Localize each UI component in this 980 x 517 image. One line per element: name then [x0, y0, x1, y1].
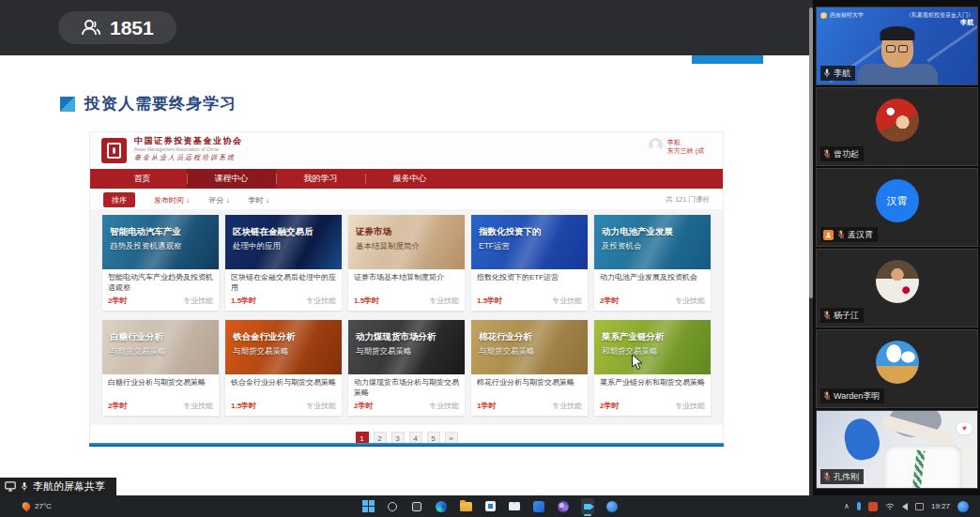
filter-score[interactable]: 评分 ↓	[208, 195, 229, 205]
mic-muted-icon	[823, 391, 831, 401]
virtual-bg-course: 《私募股权投资基金入门》 李航	[906, 11, 973, 26]
taskbar-weather-widget[interactable]: 27°C	[0, 502, 52, 510]
course-banner: 指数化投资下的 ETF运营	[471, 215, 588, 269]
participant-count-badge[interactable]: 1851	[58, 11, 176, 44]
participant-name: 孟汉霄	[848, 229, 873, 241]
participant-count: 1851	[110, 17, 154, 39]
course-banner: 白糖行业分析 与期货交易策略	[102, 320, 219, 374]
course-card[interactable]: 白糖行业分析 与期货交易策略 白糖行业分析与期货交易策略 2学时专业技能	[102, 320, 219, 416]
site-user-info[interactable]: 李航 东方三峡 (成	[649, 138, 704, 155]
user-avatar	[649, 138, 663, 152]
banner-title: 棉花行业分析	[479, 331, 580, 343]
course-card[interactable]: 菜系产业链分析 和期货交易策略 菜系产业链分析和期货交易策略 2学时专业技能	[594, 320, 711, 416]
nav-item-courses[interactable]: 课程中心	[187, 169, 276, 189]
mail-icon[interactable]	[508, 500, 521, 513]
file-explorer-icon[interactable]	[459, 500, 472, 513]
participant-name-tag: 李航	[820, 66, 855, 81]
course-tag: 专业技能	[429, 296, 459, 306]
video-tile-host[interactable]: 西南财经大学 《私募股权投资基金入门》 李航 李航	[816, 7, 978, 85]
tray-expand-icon[interactable]: ∧	[844, 502, 850, 510]
store-icon[interactable]	[483, 500, 497, 513]
volume-icon[interactable]	[902, 503, 908, 510]
course-tag: 专业技能	[429, 401, 459, 411]
banner-subtitle: 基本结算制度简介	[356, 241, 457, 252]
slide-area: 投资人需要终身学习 中国证券投资基金业协会 Asset Management A…	[0, 55, 809, 495]
filter-hours[interactable]: 学时 ↓	[248, 195, 268, 205]
mouse-cursor	[631, 354, 644, 371]
avatar-mario	[876, 99, 919, 142]
network-icon[interactable]	[885, 502, 895, 510]
banner-subtitle: 和期货交易策略	[602, 346, 703, 357]
notification-bubble-icon[interactable]	[957, 501, 969, 512]
banner-title: 白糖行业分析	[110, 331, 211, 343]
banner-title: 铁合金行业分析	[233, 331, 334, 343]
sidebar-scrollbar[interactable]	[809, 0, 813, 495]
course-tag: 专业技能	[306, 296, 336, 306]
people-app-icon[interactable]	[557, 500, 570, 513]
course-card[interactable]: 棉花行业分析 与期货交易策略 棉花行业分析与期货交易策略 1学时专业技能	[471, 320, 588, 416]
virtual-bg-presenter-name: 李航	[906, 19, 973, 26]
video-tile[interactable]: Warden李明	[816, 329, 978, 408]
banner-title: 动力煤现货市场分析	[356, 331, 457, 343]
course-banner: 动力煤现货市场分析 与期货交易策略	[348, 320, 465, 374]
course-card[interactable]: 指数化投资下的 ETF运营 指数化投资下的ETF运营 1.5学时专业技能	[471, 215, 588, 311]
course-title: 动力电池产业发展及投资机会	[600, 273, 705, 293]
org-identity: 中国证券投资基金业协会 Asset Management Association…	[134, 137, 243, 160]
mic-muted-icon	[823, 311, 831, 320]
virtual-bg-course-title: 《私募股权投资基金入门》	[906, 11, 973, 19]
tray-misc-icon[interactable]	[915, 503, 924, 510]
edge-browser-icon[interactable]	[435, 500, 448, 513]
tray-office-app-icon[interactable]	[868, 502, 878, 511]
mic-muted-icon	[823, 472, 831, 481]
course-title: 动力煤现货市场分析与期货交易策略	[354, 378, 459, 398]
video-tile[interactable]: 曾功起	[816, 87, 978, 166]
course-tag: 专业技能	[552, 401, 582, 411]
course-card[interactable]: 区块链在金融交易后 处理中的应用 区块链在金融交易后处理中的应用 1.5学时专业…	[225, 215, 342, 311]
task-view-icon[interactable]	[410, 500, 423, 513]
nav-item-services[interactable]: 服务中心	[365, 169, 454, 189]
participant-name: 杨子江	[834, 310, 859, 322]
mic-muted-icon	[837, 230, 845, 239]
participant-name-tag: 曾功起	[820, 146, 864, 161]
nav-item-my-learning[interactable]: 我的学习	[276, 169, 365, 189]
meeting-topbar: 1851	[0, 0, 809, 55]
course-hours: 2学时	[600, 401, 619, 411]
filter-publish-time[interactable]: 发布时间 ↓	[154, 195, 190, 205]
slide-title-row: 投资人需要终身学习	[60, 93, 237, 114]
video-tile[interactable]: 杨子江	[816, 249, 978, 327]
start-button[interactable]	[361, 500, 375, 513]
shared-screen-area: 1851 投资人需要终身学习 中国证券投资基金业协会 Asset Managem…	[0, 0, 809, 495]
meeting-app-icon-active[interactable]	[581, 500, 594, 513]
participant-name-tag: 孔伟刚	[820, 469, 864, 484]
course-card[interactable]: 智能电动汽车产业 趋势及投资机遇观察 智能电动汽车产业趋势及投资机遇观察 2学时…	[102, 215, 219, 311]
video-tile[interactable]: 汉霄 孟汉霄	[816, 168, 978, 247]
amac-logo	[101, 138, 127, 163]
course-hours: 1学时	[477, 401, 496, 411]
tray-pin-icon[interactable]	[857, 502, 861, 510]
course-banner: 菜系产业链分析 和期货交易策略	[594, 320, 711, 374]
taskbar-clock[interactable]: 19:27	[931, 502, 950, 510]
course-hours: 2学时	[354, 401, 373, 411]
sort-button[interactable]: 排序	[103, 192, 135, 207]
course-card[interactable]: 证券市场 基本结算制度简介 证券市场基本结算制度简介 1.5学时专业技能	[348, 215, 465, 311]
avatar-landscape	[876, 341, 919, 384]
mic-muted-icon	[823, 149, 831, 159]
role-badge-icon	[823, 230, 834, 240]
course-hours: 1.5学时	[477, 296, 502, 306]
course-card[interactable]: 动力煤现货市场分析 与期货交易策略 动力煤现货市场分析与期货交易策略 2学时专业…	[348, 320, 465, 416]
course-card[interactable]: 动力电池产业发展 及投资机会 动力电池产业发展及投资机会 2学时专业技能	[594, 215, 711, 311]
nav-item-home[interactable]: 首页	[98, 169, 187, 189]
browser-app-icon[interactable]	[605, 500, 619, 513]
banner-title: 菜系产业链分析	[602, 331, 703, 343]
banner-title: 智能电动汽车产业	[110, 226, 211, 238]
site-navbar: 首页 课程中心 我的学习 服务中心	[90, 169, 723, 189]
website-screenshot: 中国证券投资基金业协会 Asset Management Association…	[89, 131, 724, 444]
org-name-en: Asset Management Association of China	[134, 147, 243, 152]
app-icon-blue[interactable]	[532, 500, 545, 513]
course-card[interactable]: 铁合金行业分析 与期货交易策略 铁合金行业分析与期货交易策略 1.5学时专业技能	[225, 320, 342, 416]
video-tile-list: 西南财经大学 《私募股权投资基金入门》 李航 李航	[816, 0, 978, 489]
video-tile[interactable]: ♥ 孔伟刚	[816, 410, 978, 489]
scrollbar-thumb[interactable]	[809, 8, 813, 298]
search-icon[interactable]	[386, 500, 399, 513]
course-hours: 1.5学时	[231, 296, 256, 306]
